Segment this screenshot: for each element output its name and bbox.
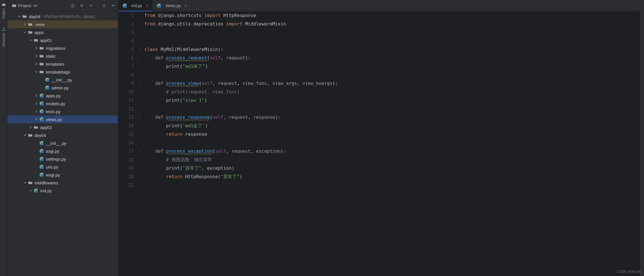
- fold-marker[interactable]: [138, 54, 142, 62]
- tree-item-label: tests.py: [46, 109, 61, 114]
- locate-icon[interactable]: [70, 3, 75, 8]
- fold-marker[interactable]: [138, 11, 142, 20]
- tree-item-__init__-py[interactable]: __init__.py: [7, 76, 118, 84]
- chevron-down-icon[interactable]: [23, 30, 27, 34]
- folder-icon: [28, 22, 33, 27]
- fold-marker[interactable]: [138, 79, 142, 88]
- code-line[interactable]: def process_exception(self, request, exc…: [144, 147, 644, 156]
- svg-point-33: [158, 4, 159, 5]
- tree-item-app01[interactable]: app01: [7, 36, 118, 44]
- minimize-icon[interactable]: [111, 3, 116, 8]
- editor-tab-views-py[interactable]: views.py×: [153, 0, 191, 11]
- chevron-right-icon[interactable]: [34, 117, 38, 122]
- line-number: 14: [118, 122, 134, 130]
- editor-scrollbar[interactable]: [640, 11, 644, 276]
- editor-tab-md-py[interactable]: md.py×: [118, 0, 153, 11]
- code-line[interactable]: [144, 71, 644, 79]
- code-line[interactable]: return response: [144, 130, 644, 139]
- line-number: 10: [118, 88, 134, 96]
- fold-marker[interactable]: [138, 96, 142, 105]
- python-file-icon: [39, 117, 44, 122]
- chevron-right-icon[interactable]: [34, 109, 38, 114]
- code-line[interactable]: # print(request, view_func): [144, 88, 644, 96]
- tree-item--venv[interactable]: .venv: [7, 20, 118, 28]
- code-line[interactable]: def process_response(self, request, resp…: [144, 113, 644, 122]
- code-line[interactable]: def process_request(self, reqeust):: [144, 54, 644, 62]
- code-line[interactable]: from django.shortcuts import HttpRespons…: [144, 11, 644, 20]
- tree-item-admin-py[interactable]: admin.py: [7, 84, 118, 92]
- tree-item-day04[interactable]: day04~/PycharmProjects/5x_django_: [7, 12, 118, 20]
- collapse-all-icon[interactable]: [88, 3, 93, 8]
- code-line[interactable]: return HttpResponse("异常了"): [144, 172, 644, 181]
- tree-item-__init__-py[interactable]: __init__.py: [7, 139, 118, 147]
- code-line[interactable]: class MyMd1(MiddlewareMixin):: [144, 45, 644, 54]
- code-content[interactable]: from django.shortcuts import HttpRespons…: [142, 11, 644, 276]
- chevron-right-icon[interactable]: [34, 93, 38, 98]
- tree-item-wsgi-py[interactable]: wsgi.py: [7, 171, 118, 179]
- tree-item-templates[interactable]: templates: [7, 60, 118, 68]
- fold-marker[interactable]: [138, 130, 142, 139]
- chevron-down-icon[interactable]: [28, 38, 33, 42]
- chevron-down-icon[interactable]: [34, 70, 38, 74]
- tree-item-templatetags[interactable]: templatetags: [7, 68, 118, 76]
- fold-column[interactable]: [138, 11, 142, 276]
- fold-marker[interactable]: [138, 147, 142, 156]
- code-line[interactable]: from django.utils.deprecation import Mid…: [144, 20, 644, 28]
- chevron-down-icon[interactable]: [23, 133, 27, 137]
- close-icon[interactable]: ×: [185, 3, 187, 8]
- tree-item-label: wsgi.py: [46, 172, 60, 177]
- tree-item-md-py[interactable]: md.py: [7, 187, 118, 195]
- chevron-down-icon[interactable]: [28, 188, 33, 193]
- fold-marker[interactable]: [138, 113, 142, 122]
- code-line[interactable]: [144, 181, 644, 189]
- fold-marker[interactable]: [138, 45, 142, 54]
- chevron-right-icon[interactable]: [34, 54, 38, 58]
- tree-item-tests-py[interactable]: tests.py: [7, 107, 118, 115]
- line-number: 19: [118, 164, 134, 172]
- code-line[interactable]: [144, 105, 644, 113]
- rail-project-button[interactable]: Project: [2, 3, 6, 19]
- chevron-right-icon[interactable]: [23, 22, 27, 27]
- tree-item-views-py[interactable]: views.py: [7, 115, 118, 123]
- fold-marker: [138, 28, 142, 37]
- close-icon[interactable]: ×: [146, 3, 148, 8]
- tree-item-settings-py[interactable]: settings.py: [7, 155, 118, 163]
- project-view-selector[interactable]: Project: [10, 2, 40, 9]
- chevron-right-icon[interactable]: [34, 46, 38, 50]
- chevron-right-icon[interactable]: [34, 101, 38, 106]
- fold-marker[interactable]: [138, 62, 142, 71]
- svg-point-5: [103, 5, 105, 7]
- tree-item-asgi-py[interactable]: asgi.py: [7, 147, 118, 155]
- chevron-down-icon[interactable]: [23, 180, 27, 185]
- tree-item-models-py[interactable]: models.py: [7, 100, 118, 107]
- tree-item-urls-py[interactable]: urls.py: [7, 163, 118, 171]
- code-line[interactable]: [144, 37, 644, 45]
- fold-marker: [138, 88, 142, 96]
- tree-item-middlewares[interactable]: middlewares: [7, 179, 118, 187]
- chevron-right-icon[interactable]: [28, 125, 33, 130]
- code-line[interactable]: print("view 1"): [144, 96, 644, 105]
- code-line[interactable]: print("异常了", exception): [144, 164, 644, 172]
- python-file-icon: [39, 141, 44, 146]
- expand-all-icon[interactable]: [79, 3, 84, 8]
- rail-structure-button[interactable]: Structure: [2, 27, 6, 47]
- code-line[interactable]: print("md1来了"): [144, 62, 644, 71]
- code-line[interactable]: [144, 28, 644, 37]
- code-line[interactable]: # 视图函数，抛出异常: [144, 156, 644, 164]
- project-tree[interactable]: day04~/PycharmProjects/5x_django_.venvap…: [7, 11, 118, 276]
- tree-item-day04[interactable]: day04: [7, 131, 118, 139]
- gear-icon[interactable]: [102, 3, 107, 8]
- chevron-down-icon[interactable]: [17, 14, 22, 19]
- tree-item-static[interactable]: static: [7, 52, 118, 60]
- code-line[interactable]: [144, 139, 644, 147]
- code-line[interactable]: def process_view(self, request, view_fun…: [144, 79, 644, 88]
- svg-point-31: [124, 4, 124, 5]
- tree-item-apps[interactable]: apps: [7, 28, 118, 36]
- tree-item-app02[interactable]: app02: [7, 123, 118, 131]
- code-editor[interactable]: 123456789101112131415161718192021 from d…: [118, 11, 644, 276]
- fold-marker[interactable]: [138, 20, 142, 28]
- code-line[interactable]: print('md1走了'): [144, 122, 644, 130]
- chevron-right-icon[interactable]: [34, 62, 38, 66]
- tree-item-apps-py[interactable]: apps.py: [7, 92, 118, 100]
- tree-item-migrations[interactable]: migrations: [7, 44, 118, 52]
